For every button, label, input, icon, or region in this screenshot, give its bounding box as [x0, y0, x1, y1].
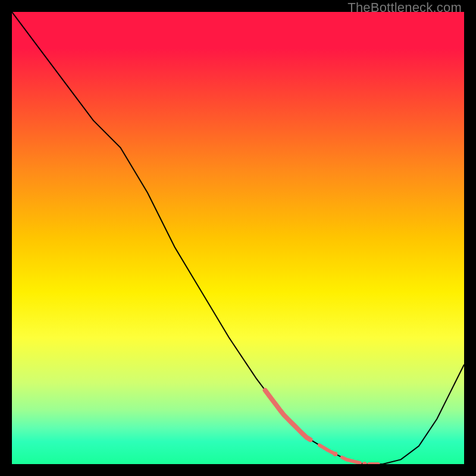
plot-gradient-background — [12, 12, 464, 464]
watermark-text: TheBottleneck.com — [347, 0, 462, 15]
chart-container: TheBottleneck.com — [0, 0, 476, 476]
